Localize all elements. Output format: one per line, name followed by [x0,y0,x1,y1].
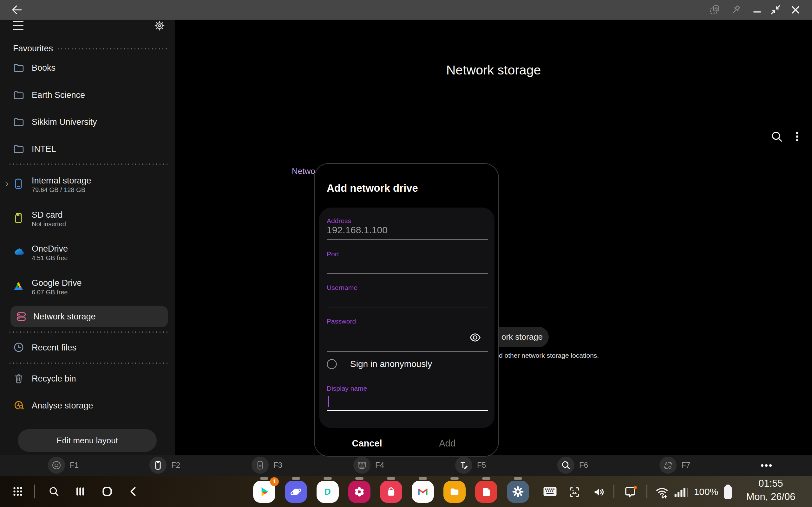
capture-window-icon[interactable] [709,4,720,15]
screenshot-status-icon[interactable] [568,486,581,498]
d-letter-icon: D [321,485,335,499]
minimize-icon[interactable] [751,4,763,15]
fkey-f7[interactable]: A F7 [659,456,690,474]
clock-time: 01:55 [758,478,783,489]
back-nav-icon[interactable] [128,486,139,497]
gmail-m-icon [416,486,429,498]
close-window-icon[interactable] [790,4,801,15]
google-drive-detail: 6.07 GB free [32,289,67,296]
fkey-f6[interactable]: F6 [557,456,588,474]
recent-apps-icon[interactable] [74,486,86,497]
fkey-f5[interactable]: F5 [455,456,486,474]
flower-icon [353,485,366,498]
add-network-storage-button-fragment[interactable]: ork storage [499,327,549,347]
gallery-app-icon[interactable] [348,481,370,503]
gmail-app-icon[interactable] [412,481,434,503]
sidebar-item-internal-storage[interactable]: Internal storage [32,176,91,186]
clock[interactable]: 01:55 Mon, 26/06 [744,478,798,503]
back-arrow-icon[interactable] [10,3,23,16]
fkey-f2[interactable]: F2 [149,456,180,474]
running-indicator [387,477,395,480]
divider [8,362,167,364]
sidebar-item-google-drive[interactable]: Google Drive [32,278,82,288]
chevron-right-icon[interactable] [3,181,10,187]
running-indicator [419,477,427,480]
sidebar-item-sd-card[interactable]: SD card [32,210,63,220]
address-underline [327,239,488,240]
onedrive-cloud-icon [12,245,25,258]
display-name-label: Display name [327,385,367,392]
settings-gear-icon[interactable] [154,20,165,32]
notes-app-icon[interactable] [475,481,497,503]
folder-icon [13,62,25,74]
trash-icon [13,372,25,384]
home-icon[interactable] [101,485,113,498]
finder-search-icon[interactable] [48,486,60,498]
sd-card-icon [12,212,25,224]
svg-text:D: D [324,487,331,497]
onedrive-detail: 4.51 GB free [32,255,67,262]
hamburger-menu-icon[interactable] [13,21,23,30]
anonymous-radio[interactable] [326,358,338,370]
internal-storage-detail: 79.64 GB / 128 GB [32,186,85,193]
taskbar: 1 D [0,476,812,507]
background-network-link-fragment[interactable]: Networ [286,165,315,177]
document-icon [479,485,493,498]
port-label: Port [327,250,339,258]
samsung-internet-app-icon[interactable] [285,481,307,503]
clock-date: Mon, 26/06 [746,491,795,503]
sidebar-item-recent-files[interactable]: Recent files [32,343,77,353]
apps-grid-icon[interactable] [12,486,23,497]
sidebar-item-earth-science[interactable]: Earth Science [32,90,85,100]
fkey-f3[interactable]: F3 [252,456,282,474]
anonymous-label[interactable]: Sign in anonymously [350,359,432,369]
my-files-app-icon[interactable] [444,481,466,503]
sidebar-item-books[interactable]: Books [32,63,55,73]
volume-status-icon[interactable] [593,486,605,498]
screen: Favourites Books Earth Science Sikkim Un… [0,0,812,507]
sidebar-item-onedrive[interactable]: OneDrive [32,244,68,254]
settings-app-icon[interactable] [507,481,529,503]
running-indicator [355,477,363,480]
sidebar-item-recycle-bin[interactable]: Recycle bin [32,374,76,384]
function-key-bar: F1 F2 F3 [0,455,812,476]
fkey-f4[interactable]: F4 [353,456,384,474]
wifi-status-icon[interactable] [655,485,669,500]
port-underline [327,273,488,274]
sidebar-item-intel[interactable]: INTEL [32,144,56,154]
edit-menu-layout-button[interactable]: Edit menu layout [18,429,157,452]
google-drive-icon [12,280,25,292]
username-underline [327,307,488,307]
analyse-storage-icon [13,399,25,411]
search-icon[interactable] [770,130,783,143]
network-drive-icon [15,311,27,323]
add-button[interactable]: Add [439,438,455,449]
galaxy-store-app-icon[interactable] [380,481,402,503]
show-password-eye-icon[interactable] [469,331,481,344]
signal-status-icon[interactable] [674,485,689,499]
dialog-title: Add network drive [327,182,418,194]
more-options-icon[interactable] [791,130,804,143]
address-input[interactable]: 192.168.1.100 [327,225,388,235]
running-indicator [514,477,522,480]
notifications-chat-icon[interactable] [623,485,638,499]
pin-window-icon[interactable] [730,4,742,15]
smiley-icon [51,460,62,470]
keyboard-icon [357,460,367,470]
dialer-icon [255,460,265,470]
text-edit-icon [458,460,469,470]
sidebar-item-sikkim-university[interactable]: Sikkim University [32,117,97,127]
background-caption-fragment: d other network storage locations. [499,352,599,359]
restore-window-icon[interactable] [770,4,781,15]
gear-icon [511,485,525,498]
keyboard-status-icon[interactable] [543,487,557,497]
folder-filled-icon [448,485,461,498]
battery-percent-label: 100% [694,487,718,497]
function-bar-more-icon[interactable] [760,463,773,468]
teal-d-app-icon[interactable]: D [316,481,339,503]
cancel-button[interactable]: Cancel [352,438,382,449]
fkey-f1[interactable]: F1 [48,456,79,474]
sidebar-item-analyse-storage[interactable]: Analyse storage [32,401,93,411]
sidebar-item-network-storage[interactable]: Network storage [10,306,168,327]
password-underline [327,351,488,352]
